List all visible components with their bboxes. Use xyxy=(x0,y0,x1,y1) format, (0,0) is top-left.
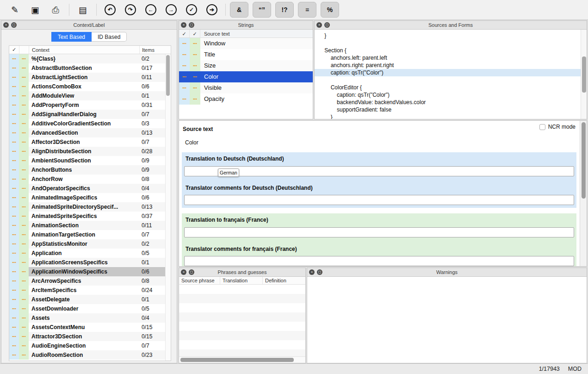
done-column-header[interactable]: ✓ xyxy=(179,30,190,37)
print-button[interactable]: ⎙ xyxy=(46,2,65,18)
scrollbar-thumb[interactable] xyxy=(582,56,586,93)
context-row[interactable]: ••• ••• AbstractLightSection 0/11 xyxy=(9,73,171,82)
done-column-header[interactable]: ✓ xyxy=(190,30,200,37)
context-row[interactable]: ••• ••• AppStatisticsMonitor 0/2 xyxy=(9,239,171,249)
marker-column-header[interactable] xyxy=(19,46,29,54)
vertical-scrollbar[interactable] xyxy=(580,121,587,266)
definition-column-header[interactable]: Definition xyxy=(262,277,305,284)
float-panel-icon[interactable]: ◻ xyxy=(189,269,194,275)
string-row[interactable]: ••• ••• Visible xyxy=(179,82,313,94)
german-comments-input[interactable] xyxy=(184,195,574,205)
open-button[interactable]: ✎ xyxy=(6,2,24,18)
french-comments-input[interactable] xyxy=(184,256,574,266)
german-translation-input[interactable] xyxy=(184,166,574,176)
context-row[interactable]: ••• ••• Affector3DSection 0/7 xyxy=(9,137,171,147)
context-row[interactable]: ••• ••• AnimatedSpriteDirectorySpecif...… xyxy=(9,202,171,212)
context-row[interactable]: ••• ••• AmbientSoundSection 0/9 xyxy=(9,156,171,165)
prev-unfinished-button[interactable]: ↶ xyxy=(101,2,119,18)
context-row[interactable]: ••• ••• Assets 0/4 xyxy=(9,313,171,323)
context-row[interactable]: ••• ••• ArcArrowSpecifics 0/8 xyxy=(9,276,171,286)
float-panel-icon[interactable]: ◻ xyxy=(324,22,330,28)
string-row[interactable]: ••• ••• Window xyxy=(179,38,313,49)
context-row[interactable]: ••• ••• AudioRoomSection 0/23 xyxy=(9,350,171,360)
next-button[interactable]: → xyxy=(162,2,180,18)
done-and-next-button[interactable]: ✓ xyxy=(182,2,201,18)
context-row[interactable]: ••• ••• AnchorRow 0/8 xyxy=(9,175,171,184)
context-row[interactable]: ••• ••• AudioEngineSection 0/7 xyxy=(9,341,171,350)
status-dots-icon: ••• xyxy=(190,82,200,94)
done-column-header[interactable]: ✓ xyxy=(9,47,19,53)
close-panel-icon[interactable]: × xyxy=(309,269,315,275)
context-column-header[interactable]: Context xyxy=(29,46,139,54)
context-row[interactable]: ••• ••• AdditiveColorGradientSection 0/3 xyxy=(9,119,171,128)
context-row[interactable]: ••• ••• AnimatedImageSpecifics 0/6 xyxy=(9,193,171,202)
context-row[interactable]: ••• ••• AnimatedSpriteSpecifics 0/37 xyxy=(9,212,171,221)
string-row[interactable]: ••• ••• Color xyxy=(179,71,313,82)
scrollbar-thumb[interactable] xyxy=(180,358,294,362)
code-line: Section { xyxy=(315,47,581,54)
context-row[interactable]: ••• ••• %{Class} 0/2 xyxy=(9,54,171,63)
float-panel-icon[interactable]: ◻ xyxy=(317,269,322,275)
phrases-panel-titlebar[interactable]: × ◻ Phrases and guesses xyxy=(179,268,305,277)
panel-title: Warnings xyxy=(436,269,458,275)
context-row[interactable]: ••• ••• Application 0/5 xyxy=(9,249,171,258)
prev-button[interactable]: ← xyxy=(142,2,160,18)
save-button[interactable]: ▣ xyxy=(26,2,44,18)
close-panel-icon[interactable]: × xyxy=(316,22,322,28)
phrase-matches-toggle[interactable]: ≡ xyxy=(298,2,316,18)
context-row[interactable]: ••• ••• Attractor3DSection 0/15 xyxy=(9,332,171,341)
copy-from-source-button[interactable]: ➔ xyxy=(203,2,221,18)
warnings-panel-titlebar[interactable]: × ◻ Warnings xyxy=(307,268,587,277)
vertical-scrollbar[interactable] xyxy=(165,54,171,361)
context-row[interactable]: ••• ••• AdvancedSection 0/13 xyxy=(9,128,171,137)
strings-panel-titlebar[interactable]: × ◻ Strings xyxy=(179,21,313,30)
tab-text-based[interactable]: Text Based xyxy=(51,32,92,42)
phrase-book-button[interactable]: ▤ xyxy=(74,2,92,18)
surrounding-whitespace-toggle[interactable]: “” xyxy=(253,2,271,18)
context-row[interactable]: ••• ••• AlignDistributeSection 0/28 xyxy=(9,147,171,156)
context-row[interactable]: ••• ••• AssetDelegate 0/1 xyxy=(9,295,171,304)
context-row[interactable]: ••• ••• ApplicationScreensSpecifics 0/1 xyxy=(9,258,171,267)
context-row[interactable]: ••• ••• AnimationTargetSection 0/7 xyxy=(9,230,171,239)
context-row[interactable]: ••• ••• ArcItemSpecifics 0/24 xyxy=(9,286,171,295)
string-row[interactable]: ••• ••• Opacity xyxy=(179,94,313,105)
float-panel-icon[interactable]: ◻ xyxy=(189,22,194,28)
tab-id-based[interactable]: ID Based xyxy=(92,32,127,42)
source-text-column-header[interactable]: Source text xyxy=(200,31,313,37)
ending-punctuation-toggle[interactable]: !? xyxy=(275,2,294,18)
context-row[interactable]: ••• ••• AndOperatorSpecifics 0/4 xyxy=(9,184,171,193)
source-phrase-column-header[interactable]: Source phrase xyxy=(179,278,220,283)
status-dots-icon: ••• xyxy=(9,295,19,304)
vertical-scrollbar[interactable] xyxy=(581,30,587,119)
scrollbar-thumb[interactable] xyxy=(166,55,170,96)
context-row[interactable]: ••• ••• AssetsContextMenu 0/15 xyxy=(9,323,171,332)
french-translation-input[interactable] xyxy=(184,227,574,237)
items-column-header[interactable]: Items xyxy=(139,46,171,54)
close-panel-icon[interactable]: × xyxy=(181,22,186,28)
scrollbar-thumb[interactable] xyxy=(582,122,586,199)
next-unfinished-button[interactable]: ↷ xyxy=(121,2,140,18)
close-panel-icon[interactable]: × xyxy=(3,22,9,28)
accelerators-toggle[interactable]: & xyxy=(230,2,248,18)
place-markers-toggle[interactable]: % xyxy=(321,2,339,18)
sources-panel-titlebar[interactable]: × ◻ Sources and Forms xyxy=(315,21,587,30)
ncr-checkbox[interactable] xyxy=(539,124,545,130)
context-row[interactable]: ••• ••• ApplicationWindowSpecifics 0/6 xyxy=(9,267,171,276)
horizontal-scrollbar[interactable] xyxy=(179,356,305,363)
context-row[interactable]: ••• ••• AnchorButtons 0/9 xyxy=(9,165,171,175)
context-row[interactable]: ••• ••• AnimationSection 0/11 xyxy=(9,221,171,230)
french-comments-label: Translator comments for français (France… xyxy=(186,246,297,252)
string-row[interactable]: ••• ••• Size xyxy=(179,60,313,71)
context-row[interactable]: ••• ••• AddPropertyForm 0/31 xyxy=(9,100,171,110)
context-row[interactable]: ••• ••• AbstractButtonSection 0/17 xyxy=(9,63,171,73)
context-row[interactable]: ••• ••• AddModuleView 0/1 xyxy=(9,91,171,100)
context-row[interactable]: ••• ••• AddSignalHandlerDialog 0/7 xyxy=(9,110,171,119)
context-row[interactable]: ••• ••• ActionsComboBox 0/6 xyxy=(9,82,171,91)
string-row[interactable]: ••• ••• Title xyxy=(179,49,313,60)
float-panel-icon[interactable]: ◻ xyxy=(11,22,17,28)
context-row[interactable]: ••• ••• AssetDownloader 0/5 xyxy=(9,304,171,313)
status-dots-icon: ••• xyxy=(9,100,19,110)
context-panel-titlebar[interactable]: × ◻ Context/Label xyxy=(1,21,177,30)
translation-column-header[interactable]: Translation xyxy=(220,277,262,284)
close-panel-icon[interactable]: × xyxy=(181,269,186,275)
